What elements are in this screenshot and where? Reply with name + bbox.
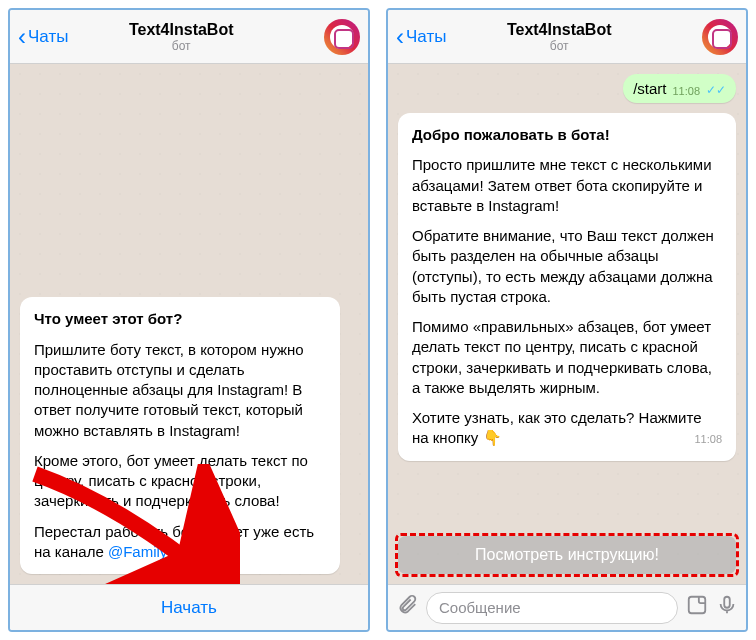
intro-p1: Пришлите боту текст, в котором нужно про… [34,340,326,441]
welcome-p4: Хотите узнать, как это сделать? Нажмите … [412,408,722,449]
bot-inline-button[interactable]: Посмотреть инструкцию! [398,536,736,574]
point-down-icon: 👇 [483,428,502,448]
svg-rect-1 [724,596,730,607]
user-msg-time: 11:08 [672,85,700,97]
intro-heading: Что умеет этот бот? [34,310,182,327]
sticker-icon[interactable] [686,594,708,622]
chat-title-block[interactable]: Text4InstaBot бот [416,21,702,53]
mic-icon[interactable] [716,594,738,622]
user-message: /start 11:08 ✓✓ [623,74,736,103]
welcome-p1: Просто пришлите мне текст с несколькими … [412,155,722,216]
message-input[interactable]: Сообщение [426,592,678,624]
bot-intro-bubble: Что умеет этот бот? Пришлите боту текст,… [20,297,340,574]
avatar[interactable] [702,19,738,55]
chat-title: Text4InstaBot [38,21,324,39]
chat-area: /start 11:08 ✓✓ Добро пожаловать в бота!… [388,64,746,584]
bot-welcome-bubble: Добро пожаловать в бота! Просто пришлите… [398,113,736,461]
svg-rect-0 [689,596,706,613]
header: ‹ Чаты Text4InstaBot бот [10,10,368,64]
chat-area: Что умеет этот бот? Пришлите боту текст,… [10,64,368,584]
bot-msg-time: 11:08 [694,432,722,447]
welcome-p3: Помимо «правильных» абзацев, бот умеет д… [412,317,722,398]
chat-subtitle: бот [38,39,324,53]
avatar[interactable] [324,19,360,55]
input-bar: Сообщение [388,584,746,630]
chat-subtitle: бот [416,39,702,53]
attach-icon[interactable] [396,594,418,622]
chat-title: Text4InstaBot [416,21,702,39]
chevron-left-icon: ‹ [18,25,26,49]
welcome-p2: Обратите внимание, что Ваш текст должен … [412,226,722,307]
start-button[interactable]: Начать [10,584,368,630]
intro-p2: Кроме этого, бот умеет делать текст по ц… [34,451,326,512]
checks-icon: ✓✓ [706,83,726,97]
user-msg-text: /start [633,80,666,97]
intro-p3: Перестал работать бот? Ответ уже есть на… [34,522,326,563]
welcome-heading: Добро пожаловать в бота! [412,126,610,143]
header: ‹ Чаты Text4InstaBot бот [388,10,746,64]
chevron-left-icon: ‹ [396,25,404,49]
family-bots-link[interactable]: @FamilyBots [108,543,197,560]
chat-title-block[interactable]: Text4InstaBot бот [38,21,324,53]
